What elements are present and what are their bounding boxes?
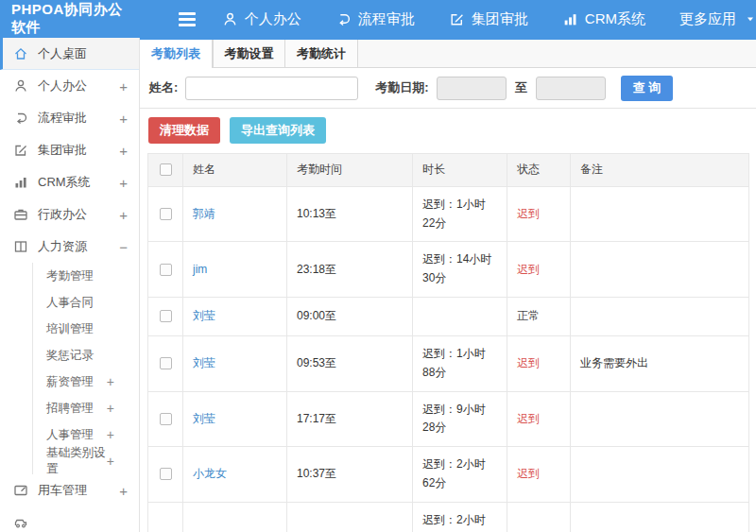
employee-name-link[interactable]: 刘莹 [193,411,215,427]
topnav-crm-system[interactable]: CRM系统 [562,10,645,28]
attendance-table: 姓名 考勤时间 时长 状态 备注 郭靖 10:13至 迟到：1小时22分 [147,153,749,532]
clear-data-button[interactable]: 清理数据 [148,117,220,144]
sidebar-item-group-approval[interactable]: 集团审批 + [0,134,139,166]
person-icon [13,78,29,94]
tab-attendance-statistics[interactable]: 考勤统计 [285,40,358,67]
sidebar-item-reward-punishment-records[interactable]: 奖惩记录 [33,342,139,369]
row-checkbox[interactable] [160,468,172,480]
topnav-label: 更多应用 [679,10,736,28]
expand-plus-icon[interactable]: + [107,427,114,442]
collapse-minus-icon[interactable]: − [119,239,128,255]
sidebar-item-recruitment-management[interactable]: 招聘管理 + [33,395,139,421]
car-icon [13,515,29,530]
sidebar-item-personnel-management[interactable]: 人事管理 + [33,421,139,448]
row-checkbox[interactable] [160,264,172,276]
employee-name-link[interactable]: 刘莹 [193,355,215,371]
employee-name-link[interactable]: 刘莹 [193,308,215,324]
search-form: 姓名: 考勤日期: 至 查 询 [140,68,756,109]
tab-strip: 考勤列表 考勤设置 考勤统计 [140,38,756,68]
remark-cell [571,242,749,297]
person-icon [222,11,238,27]
duration-cell: 迟到：2小时90分早退：7小时10分 [413,503,507,532]
caret-down-icon [745,13,756,25]
status-badge: 迟到 [507,187,571,242]
export-list-button[interactable]: 导出查询列表 [230,117,326,144]
attendance-time: 10:13至 [287,187,413,242]
sidebar-item-vehicle-management[interactable] [0,506,139,532]
topnav-label: 流程审批 [358,10,415,28]
employee-name-link[interactable]: jim [193,263,207,276]
attendance-time: 17:17至 [287,392,413,447]
name-label: 姓名: [149,79,178,96]
status-badge: 迟到 [507,242,571,297]
select-all-checkbox[interactable] [160,163,172,176]
header-name: 姓名 [183,154,287,186]
query-button[interactable]: 查 询 [621,76,674,101]
header-status: 状态 [507,154,571,186]
date-to-input[interactable] [536,77,606,100]
sidebar-item-base-category-settings[interactable]: 基础类别设置 + [33,448,139,474]
sidebar-item-official-document-management[interactable]: 用车管理 + [0,474,139,506]
expand-plus-icon[interactable]: + [119,143,128,159]
document-icon [13,483,29,498]
attendance-time: 10:54至10:54 [287,503,413,532]
sidebar-item-label: 流程审批 [38,110,119,127]
sidebar-item-attendance-management[interactable]: 考勤管理 [33,263,139,289]
sidebar-item-human-resources[interactable]: 人力资源 − [0,231,139,263]
expand-plus-icon[interactable]: + [107,374,114,389]
app-window: PHPOA协同办公软件 个人办公 流程审批 集团审批 CRM系统 更多应用 [0,0,756,532]
expand-plus-icon[interactable]: + [119,78,128,94]
topnav-personal-office[interactable]: 个人办公 [222,10,301,28]
sidebar-item-hr-contracts[interactable]: 人事合同 [33,289,139,316]
table-body: 郭靖 10:13至 迟到：1小时22分 迟到 jim 23:18至 迟到 [148,187,749,532]
expand-plus-icon[interactable]: + [107,454,114,469]
employee-name-link[interactable]: 小龙女 [193,466,227,482]
attendance-time: 09:53至 [287,336,413,391]
sidebar-item-workflow-approval[interactable]: 流程审批 + [0,102,139,134]
sidebar-item-label: 集团审批 [38,142,119,159]
hamburger-icon[interactable] [179,12,196,26]
name-input[interactable] [185,77,358,100]
status-badge: 迟到 [507,392,571,447]
row-checkbox[interactable] [160,413,172,425]
employee-name-link[interactable]: 郭靖 [193,206,215,222]
row-checkbox[interactable] [160,310,172,322]
sub-item-label: 人事管理 [46,427,107,443]
row-checkbox[interactable] [160,357,172,369]
tab-attendance-settings[interactable]: 考勤设置 [213,40,285,67]
sidebar-item-crm-system[interactable]: CRM系统 + [0,166,139,198]
row-checkbox[interactable] [160,208,172,220]
action-bar: 清理数据 导出查询列表 [140,109,756,153]
tab-attendance-list[interactable]: 考勤列表 [140,40,213,68]
expand-plus-icon[interactable]: + [119,175,128,191]
date-from-input[interactable] [437,77,507,100]
topnav-label: CRM系统 [585,10,645,28]
sidebar-item-personal-office[interactable]: 个人办公 + [0,70,139,102]
top-nav: 个人办公 流程审批 集团审批 CRM系统 更多应用 [222,10,756,28]
table-row: jim 23:18至 迟到：14小时30分 迟到 [148,242,749,298]
table-row: 管理员 10:54至10:54 迟到：2小时90分早退：7小时10分 迟到/早退… [148,503,749,532]
topnav-group-approval[interactable]: 集团审批 [449,10,528,28]
attendance-time: 10:37至 [287,447,413,502]
expand-plus-icon[interactable]: + [107,401,114,416]
expand-plus-icon[interactable]: + [119,111,128,127]
sidebar-item-salary-management[interactable]: 薪资管理 + [33,369,139,395]
sidebar-item-label: 用车管理 [38,482,119,499]
remark-cell [571,392,749,447]
header-attendance-time: 考勤时间 [287,154,413,186]
expand-plus-icon[interactable]: + [119,483,128,499]
topnav-label: 集团审批 [472,10,528,28]
topnav-more-apps[interactable]: 更多应用 [679,10,756,28]
duration-cell: 迟到：14小时30分 [413,242,507,297]
sidebar-item-admin-office[interactable]: 行政办公 + [0,198,139,231]
sidebar-item-training-management[interactable]: 培训管理 [33,316,139,342]
sidebar-item-personal-desktop[interactable]: 个人桌面 [0,38,139,70]
home-icon [13,46,29,61]
topnav-label: 个人办公 [245,10,301,28]
briefcase-icon [13,207,29,222]
expand-plus-icon[interactable]: + [119,207,128,223]
sub-item-label: 基础类别设置 [46,445,107,477]
topnav-workflow-approval[interactable]: 流程审批 [335,10,415,28]
remark-cell [571,187,749,242]
edit-icon [449,11,465,27]
